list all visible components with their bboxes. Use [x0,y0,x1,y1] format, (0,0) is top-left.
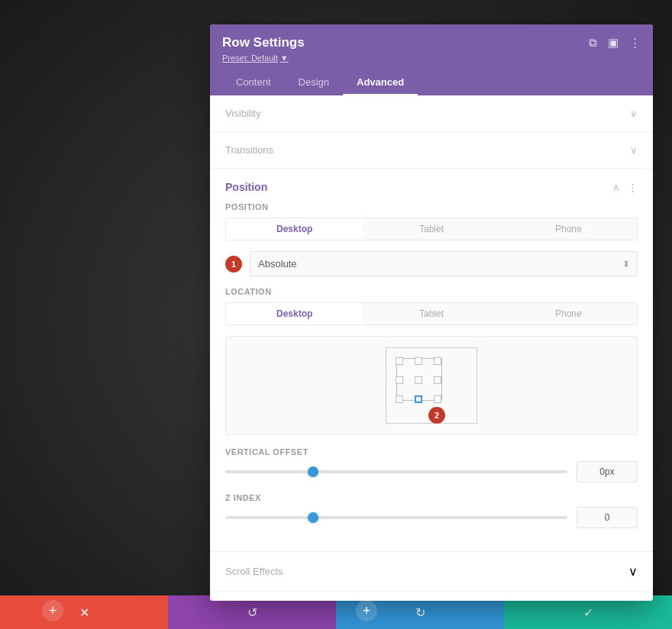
pos-dot-bot-center[interactable] [415,395,422,403]
location-phone-tab[interactable]: Phone [500,303,637,324]
pos-dot-bot-right[interactable] [434,395,441,403]
position-select[interactable]: Absolute Relative Fixed Static [250,251,638,276]
location-desktop-tab[interactable]: Desktop [226,303,363,324]
panel-body: Visibility ∨ Transitions ∨ Position ∧ ⋮ … [210,95,653,601]
pos-dot-mid-center[interactable] [415,376,422,384]
pos-dot-top-center[interactable] [415,357,422,365]
location-tablet-tab[interactable]: Tablet [363,303,499,324]
visibility-section[interactable]: Visibility ∨ [210,95,653,132]
panel-title: Row Settings [222,35,305,50]
position-header-right: ∧ ⋮ [612,182,638,193]
panel-header-icons: ⧉ ▣ ⋮ [589,36,641,50]
vertical-offset-label-row: Vertical Offset [225,447,638,456]
vertical-offset-track[interactable] [225,470,567,473]
copy-icon[interactable]: ⧉ [589,36,597,50]
vertical-offset-section: Vertical Offset 0px [225,447,638,482]
position-collapse-icon[interactable]: ∧ [612,182,620,193]
location-device-tabs: Desktop Tablet Phone [225,302,638,325]
badge-2: 2 [428,407,445,424]
preset-label[interactable]: Preset: Default [222,53,278,63]
tab-content[interactable]: Content [222,70,285,95]
z-index-track[interactable] [225,516,567,519]
panel-header-top: Row Settings ⧉ ▣ ⋮ [222,35,641,50]
vertical-offset-thumb[interactable] [308,466,318,477]
position-desktop-tab[interactable]: Desktop [226,218,363,240]
position-more-icon[interactable]: ⋮ [628,182,638,193]
scroll-effects-label: Scroll Effects [225,566,283,577]
tab-design[interactable]: Design [285,70,343,95]
position-sublabel: Position [225,202,638,211]
scroll-effects-arrow: ∨ [628,564,638,579]
more-icon[interactable]: ⋮ [629,36,641,50]
visibility-label: Visibility [225,108,261,119]
pos-dot-mid-left[interactable] [396,376,403,384]
settings-icon[interactable]: ▣ [608,36,619,50]
transitions-section[interactable]: Transitions ∨ [210,132,653,169]
position-title: Position [225,181,267,193]
vertical-offset-input[interactable]: 0px [577,461,638,482]
panel-preset: Preset: Default ▼ [222,53,641,63]
location-grid[interactable]: 2 [225,336,638,435]
add-button-bottom-center[interactable]: + [356,600,377,621]
z-index-label-row: Z Index [225,493,638,502]
location-label: Location [225,287,638,296]
cancel-icon: ✕ [79,605,89,620]
panel-header: Row Settings ⧉ ▣ ⋮ Preset: Default ▼ Con… [210,24,653,95]
pos-dot-mid-right[interactable] [434,376,441,384]
undo-icon: ↺ [247,605,257,620]
position-select-row: 1 Absolute Relative Fixed Static [225,251,638,276]
pos-dot-bot-left[interactable] [396,395,403,403]
vertical-offset-label: Vertical Offset [225,447,309,456]
z-index-section: Z Index 0 [225,493,638,528]
position-tablet-tab[interactable]: Tablet [363,218,499,240]
position-phone-tab[interactable]: Phone [500,218,637,240]
badge-2-wrapper: 2 [428,407,445,424]
position-select-wrapper: Absolute Relative Fixed Static [250,251,638,276]
badge-1: 1 [225,256,242,273]
visibility-arrow: ∨ [630,108,638,119]
tab-advanced[interactable]: Advanced [343,70,418,95]
panel-tabs: Content Design Advanced [222,70,641,95]
add-button-bottom-left[interactable]: + [42,600,63,621]
z-index-input[interactable]: 0 [577,507,638,528]
help-row: ℹ Help [210,591,653,601]
save-icon: ✓ [583,605,593,620]
pos-dot-top-right[interactable] [434,357,441,365]
redo-icon: ↻ [415,605,425,620]
cancel-button[interactable]: ✕ [0,595,168,629]
position-section: Position ∧ ⋮ Position Desktop Tablet Pho… [210,169,653,551]
transitions-arrow: ∨ [630,144,638,156]
transitions-label: Transitions [225,144,273,156]
scroll-effects-section[interactable]: Scroll Effects ∨ [210,551,653,591]
vertical-offset-slider-row: 0px [225,461,638,482]
row-settings-panel: Row Settings ⧉ ▣ ⋮ Preset: Default ▼ Con… [210,24,653,601]
z-index-thumb[interactable] [308,512,318,523]
z-index-slider-row: 0 [225,507,638,528]
z-index-label: Z Index [225,493,261,502]
position-header: Position ∧ ⋮ [225,169,638,202]
position-device-tabs: Desktop Tablet Phone [225,218,638,240]
pos-dot-top-left[interactable] [396,357,403,365]
preset-arrow: ▼ [280,53,289,63]
